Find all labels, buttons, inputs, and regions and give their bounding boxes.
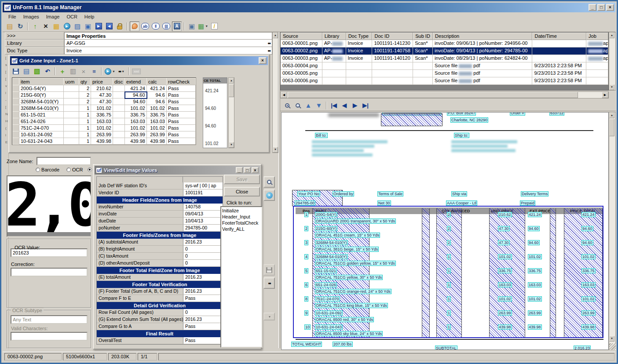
scroll-down-icon[interactable]: ▼ [229,142,234,148]
clear-image-button[interactable]: × [263,189,275,201]
field-value[interactable]: 0 [183,253,223,259]
field-value[interactable]: 2016.23 [183,316,223,323]
left-scrollbar[interactable]: ▲ ▼ [272,32,278,153]
monitor-jobs-icon[interactable]: ▣ [187,22,197,31]
page-prev-icon[interactable]: ◀ [104,22,114,31]
file-row[interactable]: 0063-00003.pngAP-Invoice1001191-140120Sc… [281,55,608,62]
grid-cell[interactable]: 1 [79,138,91,145]
field-value[interactable]: 1001191 [183,189,223,196]
file-list-vscrollbar[interactable]: ▲ ▼ [609,32,616,91]
file-row[interactable]: 0063-00006.pngSource file pdf9/23/2013 2… [281,77,608,85]
grid-cell[interactable]: 336.75 [125,112,147,118]
scroll-right-icon[interactable]: ▶ [602,92,608,98]
grid-cell[interactable]: 421.24 [147,85,167,92]
run-workflow-icon[interactable]: ▶ [62,22,72,31]
menu-file[interactable]: File [5,14,19,20]
insert-row-icon[interactable]: ▥ [68,66,78,76]
scroll-thumb[interactable] [609,119,614,136]
find-zone-button[interactable]: ●● [263,277,275,289]
grid-cell[interactable]: 10-631-24-092 [19,131,64,138]
grid-cell[interactable]: 1 [79,131,91,138]
grid-cell[interactable]: 651-15-021 [19,112,64,118]
scroll-up-icon[interactable]: ▲ [609,33,614,38]
grid-cell[interactable]: 2 [79,92,91,98]
grid-col-extend[interactable]: extend [125,78,147,85]
grid-cell[interactable]: 94.60 [125,98,147,105]
grid-cell[interactable]: 263.99 [91,131,113,138]
file-col-header[interactable]: Description [433,33,532,40]
menu-help[interactable]: Help [81,14,98,20]
correction-input[interactable] [11,268,88,277]
scroll-up-icon[interactable]: ▲ [229,78,234,84]
dialog-minimize-button[interactable]: _ [236,167,243,173]
run-icon[interactable]: ▶▼ [104,66,116,76]
file-col-header[interactable]: Job [586,33,608,40]
grid-cell[interactable]: Pass [167,98,196,105]
close-button[interactable]: × [606,4,614,11]
scroll-down-icon[interactable]: ▼ [273,147,278,153]
grid-cell[interactable] [64,112,79,118]
grid-cell[interactable] [64,85,79,92]
scroll-thumb[interactable] [229,84,234,97]
grid-col-price[interactable]: price [91,78,113,85]
file-col-header[interactable]: Source [281,33,322,40]
field-value[interactable]: Pass [183,323,223,330]
grid-col-qty[interactable]: qty [79,78,91,85]
row-selector[interactable] [13,92,19,98]
delete-row-icon[interactable]: × [79,66,88,76]
grid-cell[interactable] [64,98,79,105]
grid-cell[interactable] [113,98,125,105]
grid-cell[interactable]: 263.99 [147,131,167,138]
file-col-header[interactable]: Doc Type [346,33,373,40]
next-page-icon[interactable]: ▶ [350,101,360,110]
grid-cell[interactable] [64,125,79,131]
grid-cell[interactable]: 1 [79,105,91,112]
grid-cell[interactable]: 94.6 [147,98,167,105]
scroll-up-icon[interactable]: ▲ [273,33,278,38]
preview-vscrollbar[interactable]: ▲ ▼ [609,112,616,350]
close-dialog-button[interactable]: Close [224,187,260,197]
resize-grip[interactable] [609,343,616,350]
grid-cell[interactable]: 439.98 [147,138,167,145]
grid-col-rowCheck[interactable]: rowCheck [167,78,196,85]
chevron-down-icon[interactable]: ▼ [205,25,208,28]
barcode-radio[interactable]: Barcode [36,167,59,172]
file-row[interactable]: 0063-00004.pngSource file pdf9/23/2013 2… [281,62,608,70]
grid-cell[interactable] [64,131,79,138]
grid-cell[interactable]: 2 [79,98,91,105]
dialog-close-button[interactable]: × [252,167,259,173]
scroll-down-icon[interactable]: ▼ [609,84,614,90]
grid-cell[interactable]: 101.02 [91,105,113,112]
field-value[interactable]: 140758 [183,204,223,210]
grid-cell[interactable]: 47.30 [91,92,113,98]
field-value[interactable]: 09/04/13 [183,211,223,217]
grid-cell[interactable]: 421.24 [125,85,147,92]
field-value[interactable]: 0 [183,309,223,316]
grid-cell[interactable]: 101.02 [125,105,147,112]
save-zone-button[interactable] [263,264,275,276]
page-down-icon[interactable]: ▼ [314,101,324,110]
barcode-wide-zone-icon[interactable]: ||| [161,22,171,31]
hand-tool-icon[interactable] [130,22,139,31]
delete-icon[interactable]: × [41,22,51,31]
page-next-icon[interactable]: ▶ [94,22,103,31]
save-icon[interactable] [11,66,21,76]
row-selector[interactable] [13,138,19,145]
run-item-verify_all[interactable]: Verify_ALL [222,226,261,232]
copy-page-icon[interactable]: ▧ [32,66,42,76]
third-radio[interactable] [88,167,92,172]
grid-cell[interactable]: 94.6 [147,92,167,98]
ocr-ab-zone-icon[interactable]: ab [140,22,150,31]
grid-cell[interactable] [64,138,79,145]
grid-cell[interactable]: 163.03 [91,118,113,125]
last-page-icon[interactable]: ▶| [361,101,370,110]
grid-cell[interactable]: Pass [167,118,196,125]
grid-cell[interactable] [113,92,125,98]
file-row[interactable]: 0063-00005.pngSource file pdf9/23/2013 2… [281,70,608,77]
prev-page-icon[interactable]: ◀ [340,101,349,110]
scroll-down-icon[interactable]: ▼ [609,336,614,342]
grid-cell[interactable]: 101.02 [147,105,167,112]
file-col-header[interactable]: Date/Time [532,33,586,40]
file-col-header[interactable]: Sub ID [413,33,433,40]
field-value[interactable]: sys-wf | 00 | ap [183,182,223,189]
